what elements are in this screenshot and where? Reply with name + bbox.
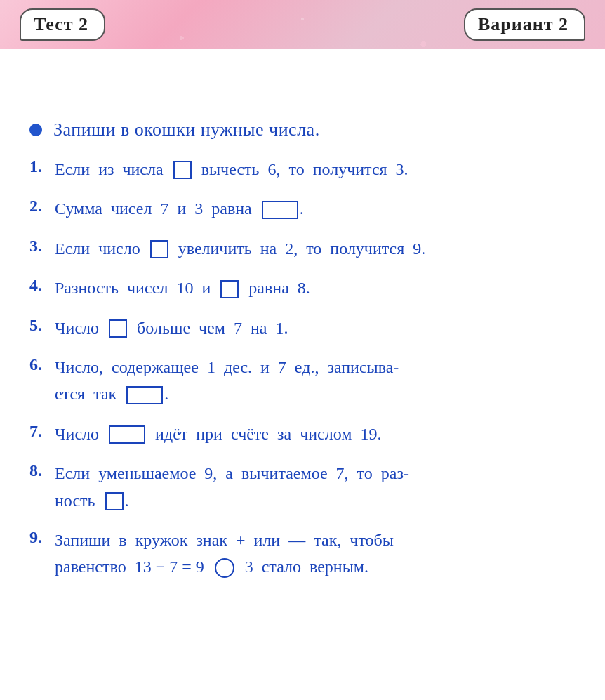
q6-input-box[interactable] <box>126 386 163 404</box>
question-6: 6. Число, содержащее 1 дес. и 7 ед., зап… <box>29 354 576 408</box>
main-content: Запиши в окошки нужные числа. 1. Если из… <box>0 49 605 614</box>
question-3: 3. Если число увеличить на 2, то получит… <box>29 235 576 262</box>
instruction-row: Запиши в окошки нужные числа. <box>29 119 576 140</box>
q6-text: Число, содержащее 1 дес. и 7 ед., записы… <box>55 354 576 408</box>
q2-input-box[interactable] <box>262 201 298 219</box>
q9-circle-input[interactable] <box>215 558 234 578</box>
q7-input-box[interactable] <box>109 425 145 444</box>
q4-text: Разность чисел 10 и равна 8. <box>55 275 576 301</box>
question-7: 7. Число идёт при счёте за числом 19. <box>29 421 576 447</box>
q4-number: 4. <box>29 275 55 295</box>
q6-number: 6. <box>29 354 55 374</box>
q3-input-box[interactable] <box>150 240 168 258</box>
q7-number: 7. <box>29 421 55 441</box>
question-4: 4. Разность чисел 10 и равна 8. <box>29 275 576 301</box>
q1-number: 1. <box>29 156 55 176</box>
question-5: 5. Число больше чем 7 на 1. <box>29 315 576 341</box>
q2-number: 2. <box>29 195 55 216</box>
q8-text: Если уменьшаемое 9, а вычитаемое 7, то р… <box>55 460 576 514</box>
q8-input-box[interactable] <box>105 492 124 510</box>
q8-number: 8. <box>29 460 55 480</box>
q9-text: Запиши в кружок знак + или — так, чтобы … <box>55 527 576 581</box>
q4-input-box[interactable] <box>220 280 239 298</box>
q5-input-box[interactable] <box>109 319 127 338</box>
question-9: 9. Запиши в кружок знак + или — так, что… <box>29 527 576 581</box>
q3-text: Если число увеличить на 2, то получится … <box>55 235 576 262</box>
q9-number: 9. <box>29 527 55 547</box>
variant-label: Вариант 2 <box>464 8 585 41</box>
bullet-icon <box>29 124 42 136</box>
question-1: 1. Если из числа вычесть 6, то получится… <box>29 156 576 183</box>
q5-number: 5. <box>29 315 55 335</box>
instruction-text: Запиши в окошки нужные числа. <box>53 119 320 140</box>
q7-text: Число идёт при счёте за числом 19. <box>55 421 576 447</box>
q2-text: Сумма чисел 7 и 3 равна . <box>55 195 576 222</box>
q5-text: Число больше чем 7 на 1. <box>55 315 576 341</box>
q1-text: Если из числа вычесть 6, то получится 3. <box>55 156 576 183</box>
test-label: Тест 2 <box>20 8 105 41</box>
question-2: 2. Сумма чисел 7 и 3 равна . <box>29 195 576 222</box>
question-8: 8. Если уменьшаемое 9, а вычитаемое 7, т… <box>29 460 576 514</box>
q1-input-box[interactable] <box>173 161 192 179</box>
q3-number: 3. <box>29 235 55 256</box>
